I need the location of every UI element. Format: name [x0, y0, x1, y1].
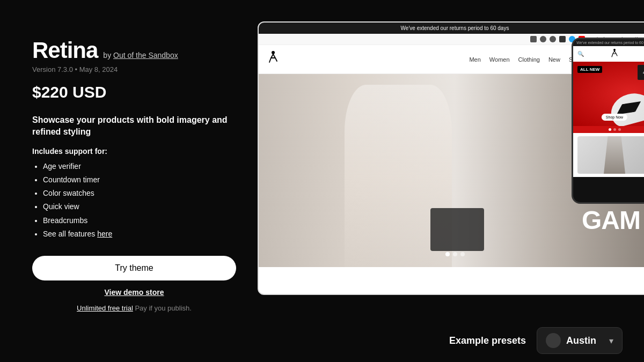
hero-sock-detail — [430, 208, 484, 251]
hero-text: GAM — [582, 205, 640, 235]
features-title: Includes support for: — [32, 147, 236, 156]
phone-dot-1[interactable] — [609, 128, 611, 131]
features-list: Age verifier Countdown timer Color swatc… — [32, 160, 236, 241]
phone-logo-icon — [611, 48, 618, 60]
list-item: Color swatches — [43, 187, 236, 200]
list-item: Quick view — [43, 200, 236, 213]
preview-container: We've extended our returns period to 60 … — [258, 21, 644, 319]
author-link[interactable]: Out of the Sandbox — [113, 51, 178, 60]
try-theme-button[interactable]: Try theme — [32, 256, 236, 280]
svg-point-0 — [272, 51, 275, 54]
theme-price: $220 USD — [32, 83, 236, 101]
bottom-bar: Example presets Austin ▾ — [0, 319, 644, 362]
phone-hero-red: 4F ALL NEW Shop Now — [573, 62, 644, 126]
store-logo — [267, 50, 279, 68]
phone-mockup: We've extended our returns period to 60 … — [572, 38, 644, 204]
athlete-figure — [601, 136, 628, 174]
theme-meta: Version 7.3.0 • May 8, 2024 — [32, 65, 236, 73]
all-new-badge: ALL NEW — [577, 66, 602, 73]
phone-product-image — [577, 136, 644, 174]
theme-title-row: Retina by Out of the Sandbox — [32, 38, 236, 63]
phone-dots — [573, 126, 644, 133]
list-item: Breadcrumbs — [43, 214, 236, 227]
dot-3[interactable] — [460, 252, 465, 256]
nav-item-women[interactable]: Women — [489, 56, 510, 63]
announcement-bar: We've extended our returns period to 60 … — [259, 23, 644, 34]
brand-badge: 4F — [638, 65, 644, 80]
nav-item-men[interactable]: Men — [469, 56, 480, 63]
theme-author: by Out of the Sandbox — [103, 51, 178, 60]
preset-name: Austin — [566, 335, 604, 346]
preset-color-circle — [546, 333, 561, 348]
preset-dropdown[interactable]: Austin ▾ — [537, 327, 623, 354]
nav-item-clothing[interactable]: Clothing — [518, 56, 540, 63]
theme-name: Retina — [32, 38, 98, 63]
phone-product-section — [573, 133, 644, 177]
example-presets-label: Example presets — [449, 335, 526, 346]
tiktok-icon — [559, 36, 566, 42]
phone-announcement: We've extended our returns period to 60 … — [573, 39, 644, 46]
phone-nav: 🔍 🛒 — [573, 46, 644, 62]
features-link[interactable]: here — [97, 230, 112, 238]
list-item: Countdown timer — [43, 173, 236, 187]
theme-tagline: Showcase your products with bold imagery… — [32, 114, 236, 138]
snapchat-icon — [550, 36, 556, 42]
left-panel: Retina by Out of the Sandbox Version 7.3… — [32, 21, 236, 319]
view-demo-button[interactable]: View demo store — [32, 288, 236, 297]
shop-now-cta[interactable]: Shop Now — [602, 114, 627, 121]
chevron-down-icon: ▾ — [609, 336, 613, 346]
hero-dots — [445, 252, 465, 256]
trial-text: Unlimited free trial Pay if you publish. — [32, 304, 236, 312]
trial-link[interactable]: Unlimited free trial — [77, 304, 133, 312]
list-item-features-link: See all features here — [43, 227, 236, 241]
right-panel: We've extended our returns period to 60 … — [258, 21, 644, 319]
nav-item-new[interactable]: New — [548, 56, 560, 63]
phone-search-icon[interactable]: 🔍 — [577, 51, 584, 57]
phone-dot-2[interactable] — [613, 128, 616, 131]
list-item: Age verifier — [43, 160, 236, 173]
phone-dot-3[interactable] — [618, 128, 621, 131]
instagram-icon — [540, 36, 546, 42]
facebook-icon — [530, 36, 537, 42]
dot-2[interactable] — [453, 252, 457, 256]
dot-1[interactable] — [445, 252, 450, 256]
